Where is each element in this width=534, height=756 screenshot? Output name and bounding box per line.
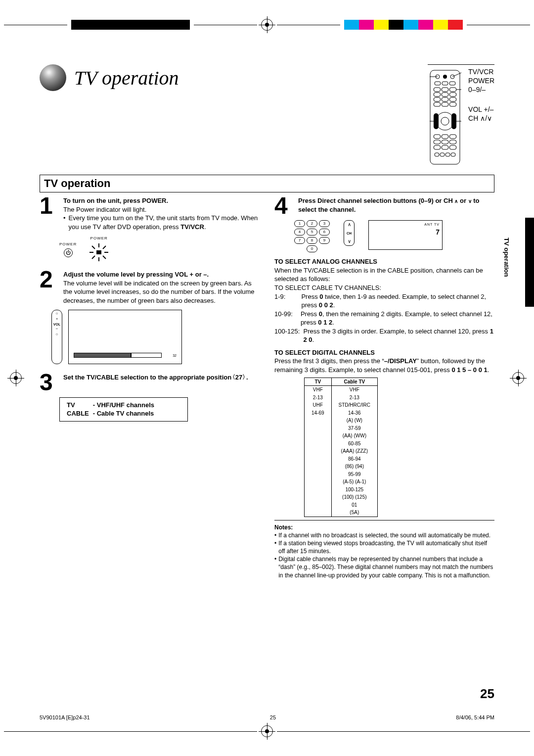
analog-intro: When the TV/CABLE selection is in the CA…	[274, 266, 494, 284]
step-4: 4 Press Direct channel selection buttons…	[274, 196, 494, 215]
registration-mark-left	[10, 372, 22, 384]
step-1: 1 To turn on the unit, press POWER. The …	[40, 196, 260, 231]
svg-rect-35	[451, 153, 455, 156]
remote-label-ch: CH ∧/∨	[468, 114, 494, 122]
volume-button-icon: ○+ VOL −○	[51, 310, 62, 364]
svg-rect-31	[449, 145, 456, 149]
svg-rect-22	[451, 113, 456, 129]
page-number: 25	[480, 686, 494, 702]
svg-rect-25	[449, 135, 456, 139]
section-heading: TV operation	[40, 175, 494, 192]
remote-diagram: TV/VCR POWER 0–9/– VOL +/– CH ∧/∨	[428, 64, 494, 167]
svg-rect-34	[445, 153, 450, 156]
svg-point-20	[441, 117, 449, 125]
svg-rect-21	[434, 113, 439, 129]
volume-osd: VOLUME 32	[68, 310, 182, 364]
remote-icon	[428, 68, 462, 167]
page-title: TV operation	[74, 66, 179, 90]
svg-rect-28	[449, 140, 456, 144]
svg-rect-24	[442, 135, 448, 139]
registration-mark-right	[512, 372, 524, 384]
power-button-small-icon: POWER ⏻	[59, 242, 77, 257]
svg-rect-33	[440, 153, 445, 156]
step-3: 3 Set the TV/CABLE selection to the appr…	[40, 373, 260, 392]
svg-line-47	[92, 256, 95, 259]
svg-rect-49	[96, 250, 101, 254]
crop-marks-top	[0, 20, 534, 30]
registration-mark-top	[261, 19, 273, 31]
svg-rect-10	[434, 93, 441, 96]
notes: Notes: If a channel with no broadcast is…	[274, 523, 494, 579]
svg-point-2	[443, 75, 447, 79]
remote-label-vol: VOL +/–	[468, 105, 494, 113]
analog-channel-list: 1-9:Press 0 twice, then 1-9 as needed. E…	[274, 292, 494, 344]
crop-marks-bottom	[0, 726, 534, 736]
digital-body: Press the first 3 digits, then press the…	[274, 357, 494, 374]
svg-line-48	[103, 246, 106, 249]
svg-point-19	[436, 112, 454, 130]
svg-rect-27	[442, 140, 448, 144]
keypad-icon: 123 456 789 0	[294, 220, 330, 252]
svg-rect-6	[449, 82, 455, 85]
channel-osd: ANT TV 7	[368, 220, 443, 250]
svg-rect-14	[442, 97, 448, 101]
channel-up-down-icon: ∧CH∨	[344, 220, 355, 246]
footer: 5V90101A [E]p24-31 25 8/4/06, 5:44 PM	[40, 714, 494, 720]
svg-rect-8	[442, 88, 448, 92]
svg-rect-26	[434, 140, 441, 144]
cable-selection-box: TV- VHF/UHF channels CABLE- Cable TV cha…	[59, 397, 188, 422]
svg-rect-23	[434, 135, 441, 139]
svg-rect-13	[434, 97, 441, 101]
channel-table: TVCable TV VHFVHF2-132-13UHFSTD/HRC/IRC1…	[304, 378, 378, 517]
svg-line-45	[92, 246, 95, 249]
svg-rect-7	[434, 88, 441, 92]
svg-rect-18	[449, 102, 456, 106]
svg-rect-15	[449, 97, 456, 101]
remote-label-tvvcr: TV/VCR	[468, 68, 494, 76]
svg-rect-30	[442, 145, 448, 149]
starburst-icon	[87, 241, 111, 263]
svg-rect-16	[434, 102, 441, 106]
svg-rect-12	[449, 93, 456, 96]
svg-rect-5	[442, 82, 448, 85]
title-ornament-icon	[40, 64, 66, 91]
svg-rect-17	[442, 102, 448, 106]
svg-rect-4	[435, 82, 441, 85]
analog-heading: TO SELECT ANALOG CHANNELS	[274, 257, 494, 266]
digital-heading: TO SELECT DIGITAL CHANNELS	[274, 348, 494, 357]
color-bar	[344, 20, 463, 30]
svg-rect-9	[449, 88, 456, 92]
svg-rect-29	[434, 145, 441, 149]
svg-line-46	[103, 256, 106, 259]
step-2: 2 Adjust the volume level by pressing VO…	[40, 270, 260, 305]
bleed-tab	[525, 218, 534, 307]
power-label: POWER	[90, 236, 108, 241]
side-tab: TV operation	[503, 237, 510, 277]
svg-rect-11	[442, 93, 448, 96]
remote-label-digits: 0–9/–	[468, 86, 494, 94]
registration-mark-bottom	[261, 725, 273, 737]
svg-rect-32	[435, 153, 439, 156]
remote-label-power: POWER	[468, 77, 494, 85]
